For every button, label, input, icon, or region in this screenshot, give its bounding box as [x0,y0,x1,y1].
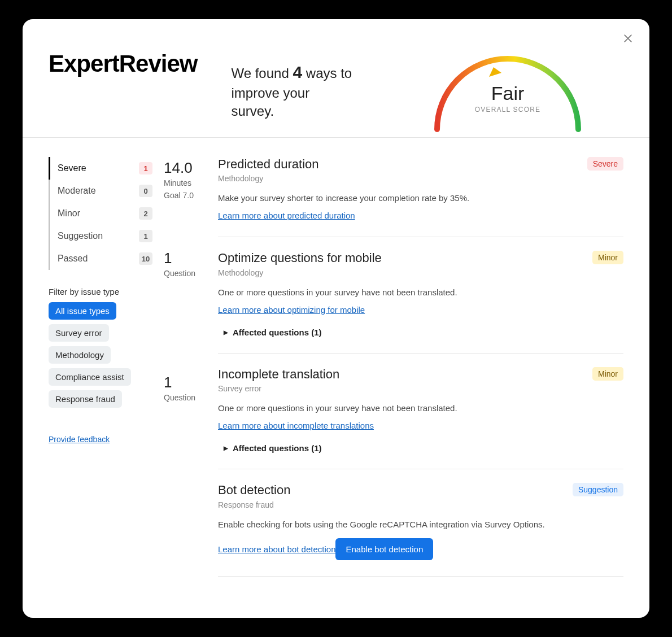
issue-metric: 1Question [164,247,218,372]
expert-review-modal: ExpertReview We found 4 ways to improve … [23,19,649,618]
issue-type-chips: All issue typesSurvey errorMethodologyCo… [49,302,152,408]
enable-action-button[interactable]: Enable bot detection [335,538,433,560]
summary-text: We found 4 ways to improve your survey. [231,61,355,137]
summary-prefix: We found [231,66,293,81]
provide-feedback-link[interactable]: Provide feedback [49,435,110,444]
gauge-caption: OVERALL SCORE [426,106,590,114]
summary-count: 4 [293,63,302,81]
filter-chip-survey-error[interactable]: Survey error [49,324,109,342]
severity-row-moderate[interactable]: Moderate0 [50,180,152,202]
affected-label: Affected questions (1) [233,328,322,337]
affected-label: Affected questions (1) [233,443,322,453]
issue-category: Methodology [218,174,319,183]
close-button[interactable] [622,33,634,44]
close-icon [622,33,634,44]
severity-count: 2 [139,207,152,220]
issue-category: Survey error [218,384,339,393]
filter-title: Filter by issue type [49,287,152,296]
metric-unit: Question [164,393,218,402]
score-gauge: Fair OVERALL SCORE [426,42,590,138]
issue-description: One or more questions in your survey hav… [218,403,623,413]
severity-count: 10 [139,252,152,265]
gauge-score-label: Fair [426,82,590,104]
severity-row-severe[interactable]: Severe1 [49,157,152,180]
severity-badge: Minor [592,251,623,264]
filter-chip-all-issue-types[interactable]: All issue types [49,302,116,320]
severity-count: 1 [139,230,152,242]
severity-label: Severe [58,163,86,173]
issue-card: Bot detectionResponse fraudSuggestionEna… [218,469,623,576]
filter-chip-methodology[interactable]: Methodology [49,346,111,364]
severity-badge: Minor [592,367,623,381]
severity-row-passed[interactable]: Passed10 [50,247,152,270]
chevron-right-icon: ▶ [224,329,228,335]
svg-marker-2 [489,67,501,77]
issue-card: Incomplete translationSurvey errorMinorO… [218,354,623,469]
issue-category: Response fraud [218,500,290,509]
severity-label: Minor [58,208,80,219]
severity-filter-list: Severe1Moderate0Minor2Suggestion1Passed1… [49,157,152,270]
issue-category: Methodology [218,268,382,277]
filter-chip-response-fraud[interactable]: Response fraud [49,390,122,408]
issue-card: Predicted durationMethodologySevereMake … [218,155,623,237]
metric-unit: Question [164,269,218,278]
sidebar: Severe1Moderate0Minor2Suggestion1Passed1… [23,138,164,618]
header: ExpertReview We found 4 ways to improve … [23,19,649,138]
metric-unit: Minutes [164,178,218,187]
issue-description: Make your survey shorter to increase you… [218,193,623,203]
issue-title: Predicted duration [218,157,319,172]
learn-more-link[interactable]: Learn more about predicted duration [218,211,355,220]
issue-title: Bot detection [218,483,290,498]
metric-value: 14.0 [164,160,218,175]
metrics-column: 14.0MinutesGoal 7.01Question1Question [164,138,218,618]
severity-count: 1 [139,162,152,174]
learn-more-link[interactable]: Learn more about optimizing for mobile [218,305,365,315]
severity-badge: Severe [587,157,623,171]
affected-questions-toggle[interactable]: ▶Affected questions (1) [218,443,623,453]
severity-row-minor[interactable]: Minor2 [50,202,152,225]
metric-goal: Goal 7.0 [164,191,218,200]
issue-title: Optimize questions for mobile [218,251,382,265]
issue-description: One or more questions in your survey hav… [218,287,623,297]
brand-title: ExpertReview [49,52,197,137]
issue-metric: 1Question [164,372,218,496]
metric-value: 1 [164,251,218,265]
issue-card: Optimize questions for mobileMethodology… [218,237,623,353]
issue-metric: 14.0MinutesGoal 7.0 [164,157,218,247]
learn-more-link[interactable]: Learn more about incomplete translations [218,421,374,430]
learn-more-link[interactable]: Learn more about bot detection [218,544,335,554]
severity-label: Suggestion [58,231,103,241]
issue-description: Enable checking for bots using the Googl… [218,520,623,529]
severity-label: Passed [58,254,88,264]
metric-value: 1 [164,375,218,390]
issues-list: Predicted durationMethodologySevereMake … [218,138,649,618]
severity-badge: Suggestion [573,483,623,496]
severity-label: Moderate [58,186,96,196]
issue-title: Incomplete translation [218,367,339,382]
chevron-right-icon: ▶ [224,445,228,451]
severity-row-suggestion[interactable]: Suggestion1 [50,225,152,247]
issue-metric [164,496,218,609]
affected-questions-toggle[interactable]: ▶Affected questions (1) [218,328,623,337]
severity-count: 0 [139,185,152,197]
filter-chip-compliance-assist[interactable]: Compliance assist [49,368,131,386]
